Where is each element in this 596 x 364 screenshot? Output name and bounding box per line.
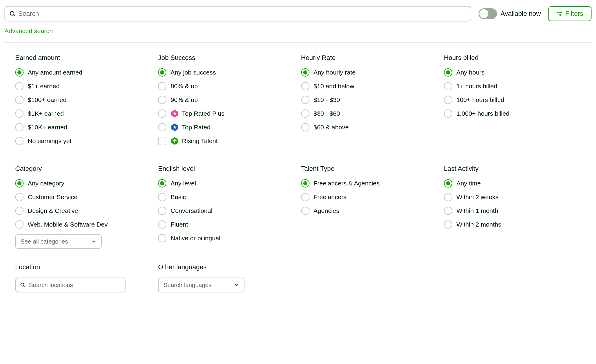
- radio-option[interactable]: $10 and below: [301, 82, 438, 90]
- radio-icon: [444, 220, 452, 229]
- radio-icon: [15, 137, 24, 145]
- languages-select[interactable]: Search languages: [158, 278, 244, 292]
- location-search-container[interactable]: [15, 278, 126, 292]
- radio-option[interactable]: Any job success: [158, 68, 295, 77]
- radio-icon: [444, 109, 452, 118]
- radio-icon: [158, 193, 166, 201]
- option-label: No earnings yet: [28, 137, 72, 145]
- filter-title: Hourly Rate: [301, 54, 438, 62]
- chevron-down-icon: [91, 239, 96, 244]
- chevron-down-icon: [234, 282, 239, 288]
- radio-option[interactable]: Design & Creative: [15, 207, 152, 215]
- radio-icon: [444, 68, 452, 77]
- radio-option[interactable]: 80% & up: [158, 82, 295, 90]
- option-label: $100+ earned: [28, 96, 66, 103]
- option-label: Within 1 month: [456, 207, 498, 214]
- radio-option[interactable]: Basic: [158, 193, 295, 201]
- radio-option[interactable]: $10K+ earned: [15, 123, 152, 131]
- radio-icon: [158, 68, 166, 77]
- radio-option[interactable]: Conversational: [158, 207, 295, 215]
- filter-group-hourly-rate: Hourly Rate Any hourly rate $10 and belo…: [301, 54, 438, 151]
- checkbox-icon: [158, 137, 166, 145]
- checkbox-option[interactable]: Rising Talent: [158, 137, 295, 145]
- radio-option[interactable]: 1+ hours billed: [444, 82, 581, 90]
- option-label: Freelancers & Agencies: [314, 180, 380, 187]
- radio-option[interactable]: $1+ earned: [15, 82, 152, 90]
- divider: [4, 42, 592, 43]
- radio-icon: [15, 220, 24, 229]
- radio-option[interactable]: 90% & up: [158, 96, 295, 104]
- radio-option[interactable]: Agencies: [301, 207, 438, 215]
- radio-option[interactable]: $100+ earned: [15, 96, 152, 104]
- option-label: Any job success: [171, 69, 216, 76]
- radio-option[interactable]: Within 2 months: [444, 220, 581, 229]
- radio-icon: [15, 82, 24, 90]
- radio-icon: [301, 68, 309, 77]
- option-label: $30 - $60: [314, 110, 340, 117]
- radio-option[interactable]: $1K+ earned: [15, 109, 152, 118]
- option-label: 100+ hours billed: [456, 96, 504, 103]
- option-label: Any level: [171, 180, 196, 187]
- radio-option[interactable]: Any category: [15, 179, 152, 188]
- filter-group-other-languages: Other languages Search languages: [158, 263, 295, 292]
- radio-option[interactable]: $10 - $30: [301, 96, 438, 104]
- available-now-toggle[interactable]: [479, 8, 497, 19]
- radio-option[interactable]: Any time: [444, 179, 581, 188]
- search-input-container[interactable]: [4, 6, 471, 21]
- radio-icon: [444, 193, 452, 201]
- radio-option[interactable]: No earnings yet: [15, 137, 152, 145]
- option-label: $10K+ earned: [28, 124, 67, 131]
- toggle-knob: [479, 9, 488, 18]
- radio-icon: [158, 179, 166, 188]
- radio-option[interactable]: Customer Service: [15, 193, 152, 201]
- svg-point-11: [21, 283, 24, 286]
- radio-option[interactable]: Any level: [158, 179, 295, 188]
- radio-option[interactable]: Any amount earned: [15, 68, 152, 77]
- radio-option[interactable]: Within 2 weeks: [444, 193, 581, 201]
- radio-option[interactable]: Any hours: [444, 68, 581, 77]
- advanced-search-link[interactable]: Advanced search: [4, 27, 53, 35]
- radio-icon: [158, 96, 166, 104]
- filter-title: Other languages: [158, 263, 295, 271]
- search-input[interactable]: [18, 10, 467, 18]
- option-label: Design & Creative: [28, 207, 78, 214]
- filter-group-job-success: Job Success Any job success 80% & up 90%…: [158, 54, 295, 151]
- filter-group-earned-amount: Earned amount Any amount earned $1+ earn…: [15, 54, 152, 151]
- radio-icon: [158, 123, 166, 131]
- radio-option[interactable]: $60 & above: [301, 123, 438, 131]
- option-text: Top Rated: [182, 124, 210, 131]
- radio-icon: [301, 207, 309, 215]
- radio-icon: [158, 82, 166, 90]
- radio-option[interactable]: 1,000+ hours billed: [444, 109, 581, 118]
- radio-option[interactable]: Fluent: [158, 220, 295, 229]
- radio-option[interactable]: Top Rated Plus: [158, 109, 295, 118]
- location-search-input[interactable]: [29, 282, 121, 289]
- option-label: Agencies: [314, 207, 339, 214]
- radio-icon: [15, 207, 24, 215]
- radio-option[interactable]: Web, Mobile & Software Dev: [15, 220, 152, 229]
- filter-title: Hours billed: [444, 54, 581, 62]
- radio-option[interactable]: Freelancers: [301, 193, 438, 201]
- option-label: Any category: [28, 180, 64, 187]
- option-label: Within 2 months: [456, 221, 501, 228]
- svg-line-1: [13, 15, 15, 16]
- sliders-icon: [556, 11, 562, 17]
- radio-option[interactable]: Top Rated: [158, 123, 295, 131]
- radio-icon: [15, 68, 24, 77]
- filters-button[interactable]: Filters: [548, 6, 592, 21]
- radio-icon: [15, 193, 24, 201]
- filter-title: Last Activity: [444, 165, 581, 173]
- radio-option[interactable]: Within 1 month: [444, 207, 581, 215]
- radio-option[interactable]: 100+ hours billed: [444, 96, 581, 104]
- radio-option[interactable]: Native or bilingual: [158, 234, 295, 242]
- option-label: Within 2 weeks: [456, 193, 499, 201]
- radio-option[interactable]: Freelancers & Agencies: [301, 179, 438, 188]
- radio-option[interactable]: $30 - $60: [301, 109, 438, 118]
- see-all-categories-select[interactable]: See all categories: [15, 234, 102, 249]
- filter-title: English level: [158, 165, 295, 173]
- filters-button-label: Filters: [565, 10, 583, 18]
- radio-icon: [158, 207, 166, 215]
- radio-icon: [301, 193, 309, 201]
- radio-option[interactable]: Any hourly rate: [301, 68, 438, 77]
- radio-icon: [301, 109, 309, 118]
